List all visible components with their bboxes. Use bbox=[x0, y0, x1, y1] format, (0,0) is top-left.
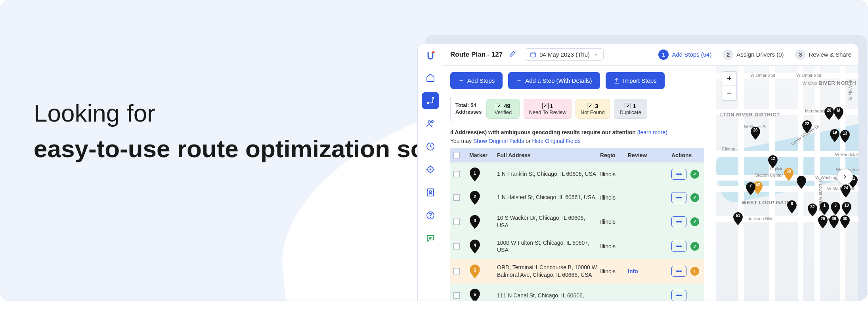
table-header: Marker Full Address Regio Review Actions bbox=[450, 148, 704, 162]
svg-point-8 bbox=[429, 191, 431, 193]
edit-title-icon[interactable] bbox=[509, 50, 516, 59]
map-pin[interactable]: M bbox=[834, 107, 844, 120]
learn-more-link[interactable]: (learn more) bbox=[637, 129, 667, 135]
status-warn-icon: ! bbox=[690, 267, 699, 276]
map-pin[interactable]: 50 bbox=[784, 168, 794, 181]
status-ok-icon: ✓ bbox=[690, 193, 699, 202]
table-row: 310 S Wacker Dr, Chicago, IL 60606, USAI… bbox=[450, 209, 704, 234]
row-actions-button[interactable]: ••• bbox=[671, 216, 686, 227]
date-picker[interactable]: 04 May 2023 (Thu) bbox=[525, 48, 604, 61]
row-actions-button[interactable]: ••• bbox=[671, 192, 686, 203]
row-region: Illinois bbox=[600, 219, 628, 225]
map-street-label: N Wells St bbox=[848, 80, 853, 100]
map-pin[interactable]: 12 bbox=[768, 155, 778, 168]
map-pin[interactable]: 7 bbox=[746, 182, 756, 195]
map-pin[interactable]: 39 bbox=[829, 215, 839, 228]
app-logo bbox=[423, 49, 438, 63]
zoom-out-button[interactable]: − bbox=[722, 86, 736, 100]
map-pin[interactable]: 10 bbox=[841, 202, 852, 215]
import-stops-button[interactable]: Import Stops bbox=[606, 72, 665, 89]
map-street-label: W Ontario St bbox=[750, 73, 775, 78]
route-title: Route Plan - 127 bbox=[450, 51, 503, 59]
row-checkbox[interactable] bbox=[453, 219, 460, 225]
status-ok-icon: ✓ bbox=[690, 242, 699, 251]
map-pin[interactable]: 1 bbox=[819, 202, 830, 215]
map-pin[interactable]: 13 bbox=[840, 130, 850, 143]
filter-verified[interactable]: ✓49Verified bbox=[486, 99, 520, 119]
drivers-icon[interactable] bbox=[422, 115, 439, 132]
filter-need-to-review[interactable]: ✓1Need To Review bbox=[524, 99, 571, 119]
select-all-checkbox[interactable] bbox=[453, 152, 460, 158]
route-icon[interactable] bbox=[422, 92, 439, 109]
svg-point-6 bbox=[430, 169, 431, 170]
map-pin[interactable]: 3 bbox=[830, 202, 841, 215]
row-address: 111 N Canal St, Chicago, IL 60606, bbox=[497, 292, 600, 299]
table-row: 6111 N Canal St, Chicago, IL 60606,••• bbox=[450, 284, 704, 301]
top-bar: Route Plan - 127 04 May 2023 (Thu) 1Add … bbox=[443, 44, 858, 66]
add-stops-button[interactable]: ＋Add Stops bbox=[450, 72, 503, 89]
map-pin[interactable]: 51 bbox=[733, 212, 743, 225]
filter-not-found[interactable]: ✓3Not Found bbox=[575, 99, 610, 119]
row-address: 10 S Wacker Dr, Chicago, IL 60606, USA bbox=[497, 214, 600, 229]
row-checkbox[interactable] bbox=[453, 268, 460, 274]
zoom-in-button[interactable]: + bbox=[722, 72, 736, 86]
review-info-link[interactable]: Info bbox=[628, 268, 638, 274]
collapse-panel-button[interactable] bbox=[837, 169, 853, 185]
map-pin[interactable]: 19 bbox=[830, 129, 840, 142]
wizard-step-2[interactable]: 2Assign Drivers (0) bbox=[723, 49, 784, 60]
map-street-label: W Ohio St bbox=[803, 81, 822, 86]
chat-icon[interactable] bbox=[422, 230, 439, 247]
map-pin[interactable]: 6 bbox=[787, 200, 797, 213]
plus-icon: ＋ bbox=[516, 77, 522, 84]
map-neighborhood-label: LTON RIVER DISTRICT bbox=[720, 112, 780, 118]
map-pin[interactable]: 26 bbox=[750, 127, 761, 139]
map-street-label: Jackson Blvd bbox=[748, 216, 774, 221]
show-fields-link[interactable]: Show Original Fields bbox=[473, 138, 524, 144]
calendar-icon bbox=[530, 51, 536, 58]
row-actions-button[interactable]: ••• bbox=[671, 241, 686, 252]
status-ok-icon: ✓ bbox=[690, 217, 699, 226]
wizard-step-1[interactable]: 1Add Stops (54) bbox=[658, 49, 711, 60]
map-pin[interactable]: 22 bbox=[802, 120, 812, 133]
row-address: 1 N Halsted St, Chicago, IL 60661, USA bbox=[497, 194, 600, 201]
row-actions-button[interactable]: ••• bbox=[671, 290, 686, 301]
upload-icon bbox=[614, 78, 620, 84]
row-actions-button[interactable]: ••• bbox=[671, 169, 686, 180]
row-address: 1000 W Fulton St, Chicago, IL 60607, USA bbox=[497, 239, 600, 254]
checkbox-icon: ✓ bbox=[496, 103, 502, 109]
svg-point-2 bbox=[428, 121, 430, 123]
locate-icon[interactable] bbox=[422, 161, 439, 178]
map-pin[interactable]: 28 bbox=[824, 107, 834, 120]
map-pin[interactable] bbox=[796, 176, 807, 188]
map-pin[interactable]: 32 bbox=[807, 204, 818, 216]
svg-rect-11 bbox=[531, 53, 535, 57]
map-neighborhood-label: WEST LOOP GATE bbox=[742, 200, 791, 206]
contacts-icon[interactable] bbox=[422, 184, 439, 201]
map-pin[interactable]: 29 bbox=[818, 215, 828, 228]
map-street-label: W Randolph St bbox=[835, 152, 858, 157]
row-checkbox[interactable] bbox=[453, 171, 460, 177]
table-row: 21 N Halsted St, Chicago, IL 60661, USAI… bbox=[450, 186, 704, 209]
home-icon[interactable] bbox=[422, 69, 439, 86]
map-panel[interactable]: RIVER NORTHLTON RIVER DISTRICTWEST LOOP … bbox=[716, 66, 858, 301]
row-checkbox[interactable] bbox=[453, 243, 460, 249]
clock-icon[interactable] bbox=[422, 138, 439, 155]
wizard-step-3[interactable]: 3Review & Share bbox=[795, 49, 851, 60]
filter-duplicate[interactable]: ✓1Duplicate bbox=[614, 99, 647, 119]
checkbox-icon: ✓ bbox=[587, 103, 593, 109]
help-icon[interactable] bbox=[422, 207, 439, 224]
add-stop-details-button[interactable]: ＋Add a Stop (With Details) bbox=[508, 72, 600, 89]
svg-point-30 bbox=[798, 177, 805, 184]
row-checkbox[interactable] bbox=[453, 194, 460, 201]
marker-pin-icon: 1 bbox=[469, 168, 480, 181]
map-pin[interactable]: 30 bbox=[840, 215, 850, 228]
row-checkbox[interactable] bbox=[453, 292, 460, 299]
row-actions-button[interactable]: ••• bbox=[671, 266, 686, 277]
hide-fields-link[interactable]: Hide Original Fields bbox=[532, 138, 580, 144]
map-pin[interactable]: 24 bbox=[841, 185, 851, 197]
row-region: Illinois bbox=[600, 268, 628, 274]
checkbox-icon: ✓ bbox=[625, 103, 631, 109]
table-row: 11 N Franklin St, Chicago, IL 60606, USA… bbox=[450, 162, 704, 186]
svg-point-1 bbox=[432, 97, 434, 99]
map-street-label: W Ontario St bbox=[796, 73, 821, 78]
